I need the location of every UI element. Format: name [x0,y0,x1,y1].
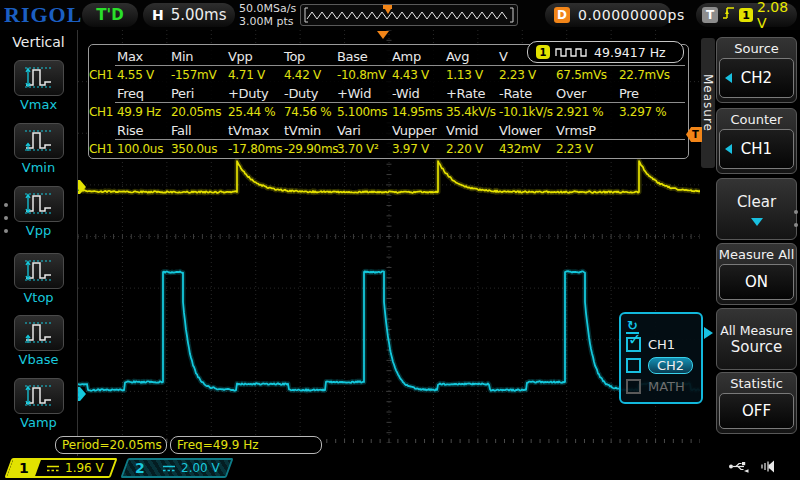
measure-cell: 2.921 % [556,105,619,119]
top-status-bar: RIGOL T'D H 5.00ms 50.0MSa/s 3.00M pts D… [0,0,800,30]
measure-cell: Vpp [228,49,284,64]
counter-button[interactable]: Counter CH1 [716,108,797,174]
horizontal-label: H [152,7,164,23]
measure-all-value-box: ON [719,264,794,300]
measure-cell: Vupper [392,123,446,138]
measure-cell: Vlower [499,123,556,138]
all-measure-source-button[interactable]: All Measure Source [716,308,797,370]
measure-header-row: RiseFalltVmaxtVminVariVupperVmidVlowerVr… [89,121,688,140]
measure-cell: CH1 [89,105,117,119]
measure-cell: 67.5mVs [556,68,619,82]
memory-depth: 3.00M pts [239,15,296,28]
left-arrow-icon [725,144,732,154]
pulse-train-icon [555,43,589,62]
measure-cell: 100.0us [117,142,171,156]
measure-cell: Fall [171,123,228,138]
measure-cell: -Wid [392,86,446,101]
measure-cell: 14.95ms [392,105,446,119]
menu-item-vtop[interactable]: Vtop [0,253,77,305]
trigger-position-marker[interactable] [377,31,389,39]
measure-cell: 350.0us [171,142,228,156]
channel-status-bar: 1 1.96 V 2 2.00 V [0,456,800,480]
horizontal-value: 5.00ms [171,6,227,24]
menu-item-vbase[interactable]: Vbase [0,315,77,367]
sample-rate: 50.0MSa/s [239,2,296,15]
freq-readout: Freq=49.9 Hz [170,436,322,454]
ch2-status[interactable]: 2 2.00 V [120,458,233,478]
counter-value: 49.9417 Hz [594,45,666,60]
counter-value-box: CH1 [719,129,794,169]
menu-item-vpp[interactable]: Vpp [0,186,77,238]
popup-item-math[interactable]: MATH [626,376,701,397]
checkbox-icon[interactable] [626,358,641,373]
measure-cell: -157mV [171,68,228,82]
measure-cell: 22.7mVs [619,68,682,82]
ch1-status[interactable]: 1 1.96 V [4,458,117,478]
measure-cell: -29.90ms [284,142,337,156]
measure-cell: tVmax [228,123,284,138]
left-menu-title: Vertical [0,34,77,50]
menu-item-vamp[interactable]: Vamp [0,378,77,430]
measure-all-button[interactable]: Measure All ON [716,243,797,305]
vamp-icon [14,378,64,414]
measure-cell: Peri [171,86,228,101]
usb-icon [728,460,750,473]
measure-cell: Amp [392,49,446,64]
menu-tab-measure: Measure [701,38,715,168]
popup-item-ch1[interactable]: CH1 [626,334,701,355]
left-arrow-icon [725,73,732,83]
measure-cell: -10.8mV [337,68,392,82]
delay-icon: D [554,7,570,23]
measure-cell: Over [556,86,619,101]
source-button[interactable]: Source CH2 [716,37,797,103]
trigger-status-text: T'D [96,6,123,24]
popup-item-ch2[interactable]: CH2 [626,355,701,376]
measure-value-row: CH1100.0us350.0us-17.80ms-29.90ms3.70 V²… [89,140,688,158]
acquisition-info: 50.0MSa/s 3.00M pts [239,2,296,28]
trigger-readout: T 1 2.08 V [696,3,797,27]
menu-item-vmax[interactable]: Vmax [0,60,77,112]
down-arrow-icon [751,218,763,226]
measure-cell: -Rate [499,86,556,101]
measure-cell: 4.43 V [392,68,446,82]
trigger-status-indicator: T'D [82,3,138,27]
menu-page-indicator [4,203,8,242]
measure-cell: CH1 [89,68,117,82]
measure-cell: -10.1kV/s [499,105,556,119]
measure-cell: 2.23 V [499,68,556,82]
measure-cell: 3.297 % [619,105,682,119]
preview-wave-icon [301,5,517,25]
measure-cell: 74.56 % [284,105,337,119]
preview-trigger-marker[interactable] [383,5,392,9]
measure-cell: Top [284,49,337,64]
ch1-scale: 1.96 V [65,461,104,475]
measure-cell: Vmid [446,123,499,138]
waveform-memory-preview[interactable] [300,4,518,26]
dc-coupling-icon [162,464,176,473]
vtop-icon [14,253,64,289]
measure-cell: Freq [117,86,171,101]
checkbox-checked-icon[interactable] [626,337,641,352]
dc-coupling-icon [46,464,60,473]
measure-cell: -Duty [284,86,337,101]
menu-item-vmin[interactable]: Vmin [0,123,77,175]
period-readout: Period=20.05ms [55,436,167,454]
vertical-measure-menu: Vertical Vmax Vmin Vpp Vtop [0,30,78,456]
clear-button[interactable]: Clear [716,178,797,240]
popup-pointer-icon [704,327,713,339]
measure-cell: Max [117,49,171,64]
measure-menu: Measure Source CH2 Counter CH1 Clear Mea… [700,30,800,456]
source-value-box: CH2 [719,58,794,98]
measure-cell: 4.42 V [284,68,337,82]
measure-cell: Avg [446,49,499,64]
measure-cell: 5.100ms [337,105,392,119]
counter-channel-badge: 1 [536,45,550,59]
statistic-button[interactable]: Statistic OFF [716,372,797,434]
measure-cell: 2.23 V [556,142,619,156]
measure-cell: 20.05ms [171,105,228,119]
measure-cell: +Rate [446,86,499,101]
measure-cell: tVmin [284,123,337,138]
measure-value-row: CH14.55 V-157mV4.71 V4.42 V-10.8mV4.43 V… [89,66,688,84]
measure-cell: 1.13 V [446,68,499,82]
frequency-counter: 1 49.9417 Hz [527,41,684,63]
